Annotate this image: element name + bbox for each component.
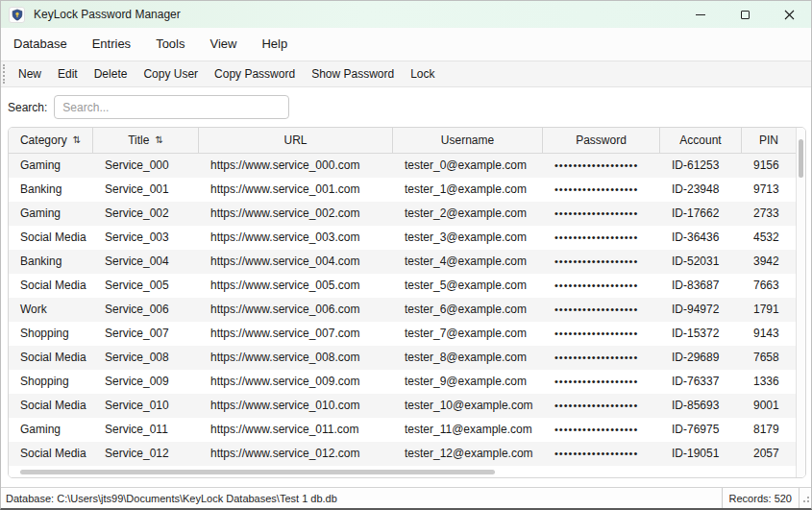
table-row[interactable]: ShoppingService_009https://www.service_0… [9, 370, 796, 394]
cell-category: Social Media [9, 226, 93, 250]
table-row[interactable]: GamingService_002https://www.service_002… [9, 202, 796, 226]
cell-url: https://www.service_004.com [199, 250, 393, 274]
column-label: PIN [759, 134, 778, 147]
table-row[interactable]: Social MediaService_003https://www.servi… [9, 226, 796, 250]
cell-pin: 7663 [742, 274, 796, 298]
search-row: Search: [1, 87, 811, 127]
table-row[interactable]: Social MediaService_010https://www.servi… [9, 394, 796, 418]
maximize-button[interactable] [723, 1, 767, 28]
cell-pin: 9001 [742, 394, 796, 418]
cell-username: tester_3@example.com [393, 226, 543, 250]
cell-username: tester_10@example.com [393, 394, 543, 418]
cell-title: Service_008 [93, 346, 199, 370]
cell-category: Social Media [9, 274, 93, 298]
cell-title: Service_012 [93, 442, 199, 466]
cell-password: •••••••••••••••••• [543, 298, 660, 322]
cell-pin: 2057 [742, 442, 796, 466]
close-button[interactable] [767, 1, 811, 28]
cell-username: tester_11@example.com [393, 418, 543, 442]
cell-account: ID-29689 [660, 346, 742, 370]
column-header-username[interactable]: Username [393, 128, 543, 153]
column-header-account[interactable]: Account [660, 128, 742, 153]
cell-password: •••••••••••••••••• [543, 394, 660, 418]
cell-title: Service_007 [93, 322, 199, 346]
app-icon [9, 7, 25, 23]
column-label: URL [283, 134, 307, 147]
search-input[interactable] [54, 95, 289, 119]
cell-account: ID-23948 [660, 178, 742, 202]
statusbar: Database: C:\Users\jts99\Documents\KeyLo… [1, 487, 811, 508]
maximize-icon [741, 11, 750, 19]
toolbar-copy-password-button[interactable]: Copy Password [208, 61, 302, 86]
vertical-scrollbar-thumb[interactable] [799, 139, 803, 178]
cell-title: Service_001 [93, 178, 199, 202]
cell-category: Social Media [9, 442, 93, 466]
column-header-url[interactable]: URL [199, 128, 393, 153]
cell-account: ID-76337 [660, 370, 742, 394]
search-label: Search: [8, 101, 47, 114]
resize-grip[interactable] [800, 494, 810, 503]
cell-url: https://www.service_005.com [199, 274, 393, 298]
cell-password: •••••••••••••••••• [543, 346, 660, 370]
cell-username: tester_0@example.com [393, 154, 543, 178]
column-header-title[interactable]: Title⇅ [93, 128, 199, 153]
cell-password: •••••••••••••••••• [543, 322, 660, 346]
minimize-button[interactable] [678, 1, 723, 28]
table-row[interactable]: ShoppingService_007https://www.service_0… [9, 322, 796, 346]
table-row[interactable]: Social MediaService_008https://www.servi… [9, 346, 796, 370]
toolbar-copy-user-button[interactable]: Copy User [136, 61, 205, 86]
cell-url: https://www.service_007.com [199, 322, 393, 346]
cell-account: ID-76975 [660, 418, 742, 442]
window-controls [678, 1, 811, 28]
cell-category: Work [9, 298, 93, 322]
cell-title: Service_009 [93, 370, 199, 394]
table-row[interactable]: BankingService_001https://www.service_00… [9, 178, 796, 202]
column-label: Password [576, 134, 627, 147]
shield-icon [12, 9, 23, 21]
table-row[interactable]: WorkService_006https://www.service_006.c… [9, 298, 796, 322]
toolbar-edit-button[interactable]: Edit [51, 61, 85, 86]
toolbar-lock-button[interactable]: Lock [404, 61, 441, 86]
table-row[interactable]: GamingService_011https://www.service_011… [9, 418, 796, 442]
cell-title: Service_010 [93, 394, 199, 418]
column-label: Category [20, 134, 67, 147]
table-row[interactable]: GamingService_000https://www.service_000… [9, 154, 796, 178]
cell-account: ID-83687 [660, 274, 742, 298]
cell-pin: 7658 [742, 346, 796, 370]
menu-tools[interactable]: Tools [143, 28, 197, 61]
menu-database[interactable]: Database [1, 28, 80, 61]
cell-pin: 8179 [742, 418, 796, 442]
cell-username: tester_8@example.com [393, 346, 543, 370]
toolbar-delete-button[interactable]: Delete [87, 61, 135, 86]
column-header-password[interactable]: Password [543, 128, 660, 153]
cell-title: Service_006 [93, 298, 199, 322]
column-header-category[interactable]: Category⇅ [9, 128, 93, 153]
table-row[interactable]: Social MediaService_012https://www.servi… [9, 442, 796, 466]
cell-account: ID-85693 [660, 394, 742, 418]
column-label: Title [128, 134, 149, 147]
table-row[interactable]: BankingService_004https://www.service_00… [9, 250, 796, 274]
column-header-pin[interactable]: PIN [742, 128, 796, 153]
cell-password: •••••••••••••••••• [543, 250, 660, 274]
menu-view[interactable]: View [197, 28, 249, 61]
menu-help[interactable]: Help [249, 28, 300, 61]
toolbar-show-password-button[interactable]: Show Password [305, 61, 401, 86]
cell-password: •••••••••••••••••• [543, 178, 660, 202]
vertical-scrollbar[interactable] [796, 128, 805, 477]
cell-title: Service_004 [93, 250, 199, 274]
cell-username: tester_6@example.com [393, 298, 543, 322]
cell-url: https://www.service_008.com [199, 346, 393, 370]
cell-username: tester_1@example.com [393, 178, 543, 202]
cell-password: •••••••••••••••••• [543, 370, 660, 394]
horizontal-scrollbar[interactable] [9, 466, 796, 477]
horizontal-scrollbar-thumb[interactable] [20, 470, 495, 474]
menu-entries[interactable]: Entries [80, 28, 143, 61]
titlebar: KeyLock Password Manager [1, 1, 811, 28]
cell-pin: 9713 [742, 178, 796, 202]
cell-category: Social Media [9, 394, 93, 418]
toolbar: NewEditDeleteCopy UserCopy PasswordShow … [1, 61, 811, 87]
toolbar-new-button[interactable]: New [12, 61, 48, 86]
table-row[interactable]: Social MediaService_005https://www.servi… [9, 274, 796, 298]
sort-icon: ⇅ [155, 134, 162, 145]
cell-url: https://www.service_002.com [199, 202, 393, 226]
